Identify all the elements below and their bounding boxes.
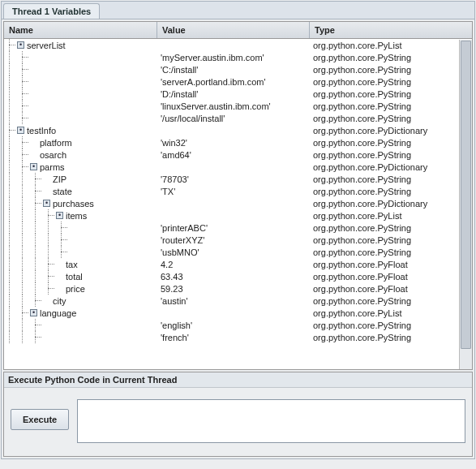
- table-row[interactable]: 'linuxServer.austin.ibm.com'org.python.c…: [4, 100, 472, 112]
- table-row[interactable]: osarch'amd64'org.python.core.PyString: [4, 148, 472, 161]
- variable-value: '78703': [157, 174, 310, 184]
- table-row[interactable]: •purchasesorg.python.core.PyDictionary: [4, 197, 472, 209]
- name-cell: ZIP: [4, 173, 157, 185]
- variable-value: 'usbMNO': [157, 247, 310, 257]
- variable-value: 'myServer.austin.ibm.com': [157, 53, 310, 62]
- variable-type: org.python.core.PyFloat: [310, 260, 472, 269]
- variable-value: 'serverA.portland.ibm.com': [157, 77, 310, 87]
- table-body: •serverListorg.python.core.PyList'myServ…: [4, 39, 472, 368]
- name-cell: osarch: [4, 148, 157, 161]
- table-row[interactable]: city'austin'org.python.core.PyString: [4, 295, 472, 307]
- variable-name: city: [53, 296, 66, 306]
- variable-type: org.python.core.PyString: [310, 114, 472, 123]
- name-cell: [4, 100, 157, 112]
- variable-type: org.python.core.PyString: [310, 89, 472, 99]
- variable-type: org.python.core.PyString: [310, 150, 472, 160]
- variable-type: org.python.core.PyFloat: [310, 284, 472, 294]
- variable-value: '/usr/local/install': [157, 114, 310, 123]
- name-cell: [4, 51, 157, 63]
- variable-name: testInfo: [27, 126, 56, 136]
- scroll-thumb[interactable]: [461, 41, 471, 349]
- execute-panel: Execute Python Code in Current Thread Ex…: [3, 372, 473, 457]
- variable-type: org.python.core.PyString: [310, 187, 472, 196]
- variable-type: org.python.core.PyString: [310, 65, 472, 75]
- table-row[interactable]: 'serverA.portland.ibm.com'org.python.cor…: [4, 75, 472, 88]
- collapse-icon[interactable]: •: [17, 41, 24, 49]
- name-cell: [4, 63, 157, 75]
- table-header: Name Value Type: [4, 22, 472, 39]
- variable-type: org.python.core.PyString: [310, 223, 472, 233]
- table-row[interactable]: total63.43org.python.core.PyFloat: [4, 270, 472, 282]
- table-row[interactable]: 'C:/install'org.python.core.PyString: [4, 63, 472, 75]
- variable-name: tax: [66, 260, 78, 269]
- collapse-icon[interactable]: •: [43, 200, 50, 207]
- table-row[interactable]: 'D:/install'org.python.core.PyString: [4, 88, 472, 100]
- table-row[interactable]: '/usr/local/install'org.python.core.PySt…: [4, 112, 472, 124]
- table-row[interactable]: tax4.2org.python.core.PyFloat: [4, 258, 472, 270]
- table-row[interactable]: 'english'org.python.core.PyString: [4, 319, 472, 331]
- variable-name: purchases: [53, 199, 94, 209]
- collapse-icon[interactable]: •: [17, 127, 24, 134]
- variable-type: org.python.core.PyDictionary: [310, 199, 472, 209]
- table-row[interactable]: •serverListorg.python.core.PyList: [4, 39, 472, 51]
- variable-value: 'win32': [157, 138, 310, 148]
- name-cell: price: [4, 282, 157, 295]
- name-cell: [4, 112, 157, 124]
- variable-value: 'french': [157, 333, 310, 342]
- name-cell: total: [4, 270, 157, 282]
- variable-name: state: [53, 187, 72, 196]
- variable-type: org.python.core.PyList: [310, 211, 472, 221]
- variable-name: platform: [40, 138, 72, 148]
- table-row[interactable]: state'TX'org.python.core.PyString: [4, 185, 472, 197]
- variable-value: 59.23: [157, 284, 310, 294]
- name-cell: [4, 319, 157, 331]
- variable-type: org.python.core.PyString: [310, 77, 472, 87]
- column-header-value[interactable]: Value: [157, 22, 310, 38]
- variable-type: org.python.core.PyString: [310, 247, 472, 257]
- table-row[interactable]: •parmsorg.python.core.PyDictionary: [4, 161, 472, 173]
- variable-type: org.python.core.PyString: [310, 174, 472, 184]
- table-row[interactable]: 'routerXYZ'org.python.core.PyString: [4, 234, 472, 246]
- table-row[interactable]: •testInfoorg.python.core.PyDictionary: [4, 124, 472, 136]
- name-cell: [4, 246, 157, 258]
- table-row[interactable]: price59.23org.python.core.PyFloat: [4, 282, 472, 295]
- variable-type: org.python.core.PyDictionary: [310, 162, 472, 172]
- variable-type: org.python.core.PyString: [310, 321, 472, 330]
- column-header-type[interactable]: Type: [310, 22, 472, 38]
- variable-table: Name Value Type •serverListorg.python.co…: [3, 21, 473, 370]
- name-cell: state: [4, 185, 157, 197]
- table-row[interactable]: •languageorg.python.core.PyList: [4, 307, 472, 319]
- variable-type: org.python.core.PyFloat: [310, 272, 472, 282]
- execute-button[interactable]: Execute: [11, 409, 69, 430]
- variable-type: org.python.core.PyString: [310, 235, 472, 245]
- execute-panel-title: Execute Python Code in Current Thread: [4, 372, 472, 388]
- name-cell: city: [4, 295, 157, 307]
- variable-value: 'english': [157, 321, 310, 330]
- tab-thread-variables[interactable]: Thread 1 Variables: [3, 3, 100, 19]
- table-row[interactable]: ZIP'78703'org.python.core.PyString: [4, 173, 472, 185]
- vertical-scrollbar[interactable]: [459, 40, 472, 369]
- column-header-name[interactable]: Name: [4, 22, 157, 38]
- name-cell: [4, 234, 157, 246]
- table-row[interactable]: 'usbMNO'org.python.core.PyString: [4, 246, 472, 258]
- table-row[interactable]: 'myServer.austin.ibm.com'org.python.core…: [4, 51, 472, 63]
- variable-value: 4.2: [157, 260, 310, 269]
- variable-name: price: [66, 284, 85, 294]
- variable-value: 'amd64': [157, 150, 310, 160]
- name-cell: tax: [4, 258, 157, 270]
- table-row[interactable]: platform'win32'org.python.core.PyString: [4, 136, 472, 148]
- code-input[interactable]: [77, 399, 465, 443]
- table-row[interactable]: 'printerABC'org.python.core.PyString: [4, 222, 472, 234]
- collapse-icon[interactable]: •: [30, 163, 37, 170]
- table-row[interactable]: 'french'org.python.core.PyString: [4, 331, 472, 343]
- variable-type: org.python.core.PyList: [310, 308, 472, 318]
- table-row[interactable]: •itemsorg.python.core.PyList: [4, 209, 472, 222]
- variable-value: 'D:/install': [157, 89, 310, 99]
- name-cell: [4, 88, 157, 100]
- variable-name: serverList: [27, 41, 66, 50]
- variable-value: 'routerXYZ': [157, 235, 310, 245]
- name-cell: [4, 331, 157, 343]
- collapse-icon[interactable]: •: [30, 309, 37, 316]
- collapse-icon[interactable]: •: [56, 212, 63, 219]
- variable-value: 'austin': [157, 296, 310, 306]
